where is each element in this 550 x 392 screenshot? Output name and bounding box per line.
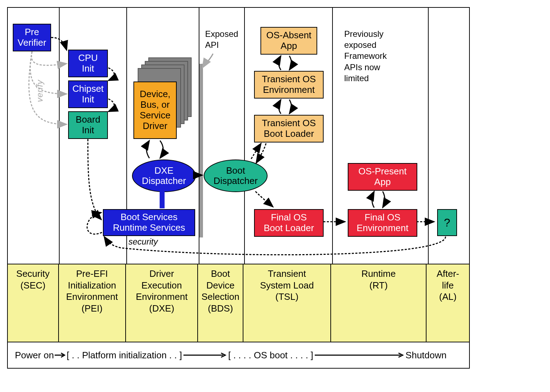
shutdown-label: Shutdown <box>406 350 447 361</box>
col-divider <box>126 8 127 304</box>
question-label: ? <box>444 216 450 229</box>
phase-al-label: After- life (AL) <box>436 268 459 303</box>
timeline-row: Power on [ . . Platform initialization .… <box>8 342 469 368</box>
dxe-dispatcher-ellipse: DXE Dispatcher <box>132 159 196 192</box>
exposed-api-annotation: Exposed API <box>205 28 238 50</box>
col-divider <box>59 8 60 304</box>
os-absent-app-box: OS-Absent App <box>260 27 317 55</box>
os-absent-app-label: OS-Absent App <box>266 30 311 51</box>
col-divider <box>332 8 333 304</box>
col-divider <box>428 8 429 304</box>
diagram-frame: Pre Verifier CPU Init Chipset Init Board… <box>7 7 470 369</box>
boot-services-box: Boot Services Runtime Services <box>103 209 195 236</box>
board-init-label: Board Init <box>76 114 100 136</box>
pre-verifier-box: Pre Verifier <box>13 24 51 51</box>
os-present-app-box: OS-Present App <box>348 163 417 191</box>
phase-tsl: Transient System Load (TSL) <box>243 264 331 342</box>
phase-al: After- life (AL) <box>427 264 469 342</box>
phase-pei: Pre-EFI Initialization Environment (PEI) <box>59 264 126 342</box>
arrow-icon <box>54 352 67 359</box>
final-env-box: Final OS Environment <box>348 209 417 237</box>
verify-label: verify <box>35 80 45 102</box>
cpu-init-label: CPU Init <box>78 53 98 74</box>
boot-dispatcher-ellipse: Boot Dispatcher <box>204 159 268 192</box>
board-init-box: Board Init <box>68 111 108 139</box>
prev-exposed-annotation: Previously exposed Framework APIs now li… <box>344 28 387 84</box>
phase-rt: Runtime (RT) <box>331 264 427 342</box>
phase-sec: Security (SEC) <box>8 264 59 342</box>
phase-dxe-label: Driver Execution Environment (DXE) <box>136 268 188 314</box>
phase-row: Security (SEC) Pre-EFI Initialization En… <box>8 264 469 342</box>
chipset-init-label: Chipset Init <box>72 84 104 105</box>
transient-env-label: Transient OS Environment <box>262 74 316 95</box>
col-divider <box>244 8 245 304</box>
driver-box-label: Device, Bus, or Service Driver <box>140 89 171 131</box>
transient-loader-label: Transient OS Boot Loader <box>262 118 316 139</box>
prev-exposed-text: Previously exposed Framework APIs now li… <box>344 29 387 83</box>
power-on-label: Power on <box>15 350 54 361</box>
pre-verifier-label: Pre Verifier <box>18 27 46 48</box>
exposed-api-bar <box>199 64 203 237</box>
phase-tsl-label: Transient System Load (TSL) <box>260 268 314 303</box>
phase-rt-label: Runtime (RT) <box>361 268 396 291</box>
final-loader-label: Final OS Boot Loader <box>264 212 314 234</box>
arrow-icon <box>313 352 406 359</box>
phase-sec-label: Security (SEC) <box>16 268 50 291</box>
question-box: ? <box>437 209 457 236</box>
transient-loader-box: Transient OS Boot Loader <box>254 115 324 142</box>
os-boot-label: [ . . . . OS boot . . . . ] <box>228 350 313 361</box>
platform-init-label: [ . . Platform initialization . . ] <box>67 350 182 361</box>
driver-box: Device, Bus, or Service Driver <box>133 82 177 139</box>
boot-dispatcher-label: Boot Dispatcher <box>214 166 258 186</box>
final-loader-box: Final OS Boot Loader <box>254 209 324 237</box>
phase-dxe: Driver Execution Environment (DXE) <box>126 264 198 342</box>
boot-services-label: Boot Services Runtime Services <box>113 212 185 233</box>
transient-env-box: Transient OS Environment <box>254 71 324 99</box>
os-present-app-label: OS-Present App <box>358 166 407 187</box>
phase-pei-label: Pre-EFI Initialization Environment (PEI) <box>66 268 118 314</box>
dxe-dispatcher-label: DXE Dispatcher <box>142 166 186 186</box>
phase-bds-label: Boot Device Selection (BDS) <box>202 268 240 314</box>
exposed-api-text: Exposed API <box>205 29 238 50</box>
cpu-init-box: CPU Init <box>68 50 108 77</box>
final-env-label: Final OS Environment <box>357 212 408 234</box>
chipset-init-box: Chipset Init <box>68 80 108 108</box>
phase-bds: Boot Device Selection (BDS) <box>198 264 243 342</box>
security-italic: security <box>128 237 158 247</box>
arrow-icon <box>182 352 228 359</box>
